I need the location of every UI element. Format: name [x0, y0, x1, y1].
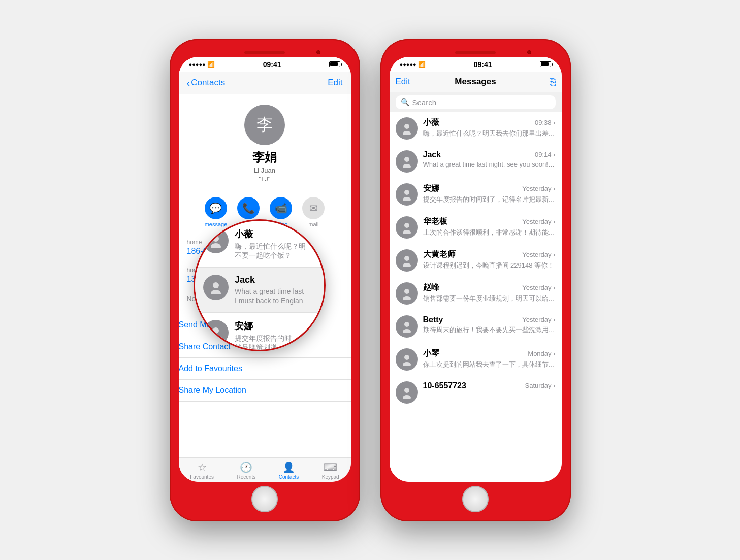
status-time-1: 09:41 — [263, 60, 281, 69]
svg-point-8 — [404, 157, 409, 162]
msg-item-hualaob[interactable]: 华老板 Yesterday › 上次的合作谈得很顺利，非常感谢！期待能够达成新的… — [390, 211, 562, 244]
svg-point-9 — [403, 164, 411, 168]
msg-header-jack: Jack 09:14 › — [423, 150, 556, 159]
search-placeholder: Search — [412, 98, 437, 107]
msg-preview-jack: What a great time last night, see you so… — [423, 160, 556, 168]
phones-container: ●●●●● 📶 09:41 ‹ Contacts — [170, 39, 571, 521]
magnify-content: 小薇 嗨，最近忙什么呢？明不要一起吃个饭？ Jack What a great … — [195, 221, 324, 351]
contact-name: 李娟 — [252, 149, 277, 166]
msg-time-hualaob: Yesterday › — [522, 218, 555, 225]
messages-nav: Edit Messages ⎘ — [390, 72, 562, 92]
favourites-icon: ☆ — [198, 461, 207, 473]
msg-content-dahuang: 大黄老师 Yesterday › 设计课程别迟到，今晚直播间 229148 等你… — [423, 249, 556, 270]
messages-screen: 🔍 Search 小薇 — [390, 92, 562, 482]
magnify-preview-2: What a great time lastI must back to Eng… — [235, 287, 316, 305]
msg-header-number: 10-6557723 Saturday › — [423, 381, 556, 390]
msg-item-xiawei[interactable]: 小薇 09:38 › 嗨，最近忙什么呢？明天我去你们那里出差，要不要一起吃个饭？ — [390, 112, 562, 145]
msg-preview-hualaob: 上次的合作谈得很顺利，非常感谢！期待能够达成新的合作! — [423, 228, 556, 237]
messages-edit-btn[interactable]: Edit — [396, 77, 436, 87]
camera-dot-2 — [527, 50, 531, 54]
magnify-name-3: 安娜 — [235, 320, 316, 332]
mail-action[interactable]: ✉ mail — [302, 197, 325, 227]
status-time-2: 09:41 — [474, 60, 492, 69]
svg-point-3 — [211, 290, 221, 294]
iphone2-top-hardware — [390, 48, 562, 57]
back-button[interactable]: ‹ Contacts — [187, 78, 226, 88]
msg-item-xiaoqin[interactable]: 小琴 Monday › 你上次提到的网站我去查了一下，具体细节发你邮箱了喔～记得… — [390, 343, 562, 376]
msg-item-betty[interactable]: Betty Yesterday › 期待周末的旅行！我要不要先买一些洗漱用品和换… — [390, 310, 562, 343]
share-location-btn[interactable]: Share My Location — [179, 380, 351, 402]
magnify-item-2: Jack What a great time lastI must back t… — [195, 268, 324, 313]
svg-point-20 — [404, 355, 409, 360]
msg-content-zhaofeng: 赵峰 Yesterday › 销售部需要一份年度业绩规划，明天可以给到我这边吗？ — [423, 282, 556, 303]
message-icon: 💬 — [205, 197, 227, 219]
iphone2: ●●●●● 📶 09:41 Edit Messages ⎘ — [380, 39, 571, 521]
msg-time-anna: Yesterday › — [522, 185, 555, 192]
msg-avatar-anna — [396, 183, 418, 206]
tab-contacts[interactable]: 👤 Contacts — [279, 461, 299, 480]
msg-time-number: Saturday › — [525, 382, 556, 389]
msg-header-dahuang: 大黄老师 Yesterday › — [423, 249, 556, 260]
message-action[interactable]: 💬 message — [205, 197, 228, 227]
msg-item-jack[interactable]: Jack 09:14 › What a great time last nigh… — [390, 145, 562, 178]
msg-time-xiawei: 09:38 › — [535, 119, 555, 126]
speaker-grill — [244, 51, 285, 54]
recents-icon: 🕐 — [240, 461, 252, 473]
svg-point-21 — [403, 362, 411, 366]
compose-icon: ⎘ — [550, 76, 556, 87]
add-favourites-btn[interactable]: Add to Favourites — [179, 358, 351, 380]
search-bar[interactable]: 🔍 Search — [396, 95, 556, 109]
status-left-2: ●●●●● 📶 — [400, 61, 426, 68]
msg-name-xiawei: 小薇 — [423, 117, 439, 128]
search-bar-container: 🔍 Search — [390, 92, 562, 112]
msg-item-number[interactable]: 10-6557723 Saturday › — [390, 376, 562, 409]
svg-point-10 — [404, 190, 409, 195]
status-bar-1: ●●●●● 📶 09:41 — [179, 57, 351, 72]
home-button-1[interactable] — [251, 486, 278, 512]
mail-icon: ✉ — [302, 197, 325, 219]
contact-roman-name: Li Juan — [254, 167, 275, 174]
home-button-2[interactable] — [462, 486, 489, 512]
svg-point-7 — [403, 131, 411, 135]
contact-nickname: "LJ" — [259, 175, 271, 183]
message-label: message — [205, 221, 228, 227]
video-icon: 📹 — [270, 197, 292, 219]
tab-favourites[interactable]: ☆ Favourites — [190, 461, 214, 480]
msg-time-dahuang: Yesterday › — [522, 251, 555, 258]
back-label: Contacts — [191, 78, 225, 88]
msg-avatar-zhaofeng — [396, 282, 418, 305]
msg-name-betty: Betty — [423, 315, 443, 324]
edit-button-1[interactable]: Edit — [328, 78, 342, 88]
msg-content-xiawei: 小薇 09:38 › 嗨，最近忙什么呢？明天我去你们那里出差，要不要一起吃个饭？ — [423, 117, 556, 138]
msg-preview-anna: 提交年度报告的时间到了，记得名片把最新版的品牌策划递交给老板，顺便附上你的部门预… — [423, 195, 556, 204]
magnify-text-2: Jack What a great time lastI must back t… — [235, 275, 316, 305]
iphone1-top-hardware — [179, 48, 351, 57]
msg-time-jack: 09:14 › — [535, 151, 555, 158]
msg-avatar-dahuang — [396, 249, 418, 272]
msg-time-betty: Yesterday › — [522, 316, 555, 323]
msg-content-jack: Jack 09:14 › What a great time last nigh… — [423, 150, 556, 168]
magnify-overlay: 小薇 嗨，最近忙什么呢？明不要一起吃个饭？ Jack What a great … — [194, 219, 326, 351]
svg-point-11 — [403, 197, 411, 201]
phone2-wrapper: ●●●●● 📶 09:41 Edit Messages ⎘ — [380, 39, 571, 521]
tab-recents[interactable]: 🕐 Recents — [237, 461, 256, 480]
camera-dot — [316, 50, 320, 54]
msg-item-anna[interactable]: 安娜 Yesterday › 提交年度报告的时间到了，记得名片把最新版的品牌策划… — [390, 178, 562, 211]
msg-item-zhaofeng[interactable]: 赵峰 Yesterday › 销售部需要一份年度业绩规划，明天可以给到我这边吗？ — [390, 277, 562, 310]
contact-avatar: 李 — [244, 105, 285, 145]
svg-point-15 — [403, 263, 411, 267]
msg-avatar-hualaob — [396, 216, 418, 239]
wifi-icon-2: 📶 — [418, 61, 426, 68]
tab-keypad[interactable]: ⌨ Keypad — [322, 461, 339, 480]
battery-icon-2 — [540, 61, 551, 67]
speaker-grill-2 — [455, 51, 496, 54]
svg-point-22 — [404, 388, 409, 393]
magnify-preview-1: 嗨，最近忙什么呢？明不要一起吃个饭？ — [235, 242, 316, 260]
status-bar-2: ●●●●● 📶 09:41 — [390, 57, 562, 72]
compose-button[interactable]: ⎘ — [516, 76, 556, 88]
signal-dot1: ●●●●● — [189, 61, 206, 68]
msg-item-dahuang[interactable]: 大黄老师 Yesterday › 设计课程别迟到，今晚直播间 229148 等你… — [390, 244, 562, 277]
msg-content-hualaob: 华老板 Yesterday › 上次的合作谈得很顺利，非常感谢！期待能够达成新的… — [423, 216, 556, 237]
msg-name-anna: 安娜 — [423, 183, 439, 194]
tab-bar-1: ☆ Favourites 🕐 Recents 👤 Contacts ⌨ Keyp… — [179, 457, 351, 482]
